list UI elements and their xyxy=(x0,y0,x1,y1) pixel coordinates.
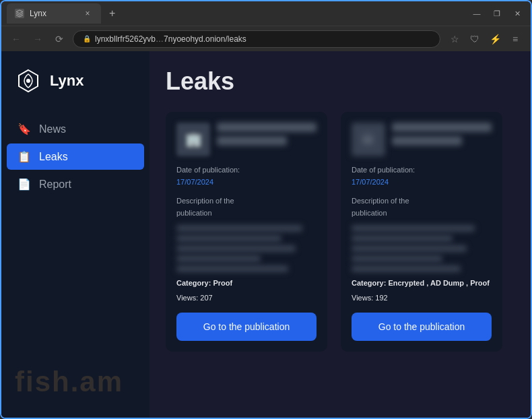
title-bar: Lynx × + — ❐ ✕ xyxy=(1,1,531,26)
logo-area: Lynx xyxy=(1,67,149,116)
close-button[interactable]: ✕ xyxy=(509,7,525,20)
card-info-1 xyxy=(217,123,317,146)
card-views-2: Views: 192 xyxy=(352,294,492,302)
shield-icon[interactable]: 🛡 xyxy=(466,30,484,48)
sidebar-item-report-label: Report xyxy=(39,179,71,191)
card-date-1: Date of publication: 17/07/2024 xyxy=(176,163,317,187)
address-text: lynxbllrfr5262yvb…7nyoeohyd.onion/leaks xyxy=(95,34,246,44)
blur-line-1a xyxy=(176,225,302,232)
lock-icon: 🔒 xyxy=(83,35,91,42)
menu-icon[interactable]: ≡ xyxy=(506,30,524,48)
back-button[interactable]: ← xyxy=(8,31,24,47)
main-area: Leaks 🏢 Date of publication: 17/07/ xyxy=(149,51,531,418)
address-bar: ← → ⟳ 🔒 lynxbllrfr5262yvb…7nyoeohyd.onio… xyxy=(1,26,531,51)
desc-label-2: Description of the xyxy=(352,197,409,205)
logo-icon xyxy=(15,67,42,94)
bookmark-icon[interactable]: ☆ xyxy=(446,30,463,48)
extension-icon[interactable]: ⚡ xyxy=(486,30,504,48)
leak-card-1: 🏢 Date of publication: 17/07/2024 Descri… xyxy=(166,112,327,352)
card-desc-1: Description of the publication xyxy=(176,194,317,218)
blur-line-2a xyxy=(352,225,475,232)
card-category-1: Category: Proof xyxy=(176,279,317,287)
card-title-blur2-1 xyxy=(217,136,287,146)
toolbar-icons: ☆ 🛡 ⚡ ≡ xyxy=(446,30,524,48)
desc-text-1: publication xyxy=(176,209,212,217)
blur-line-2d xyxy=(352,255,442,262)
cards-row: 🏢 Date of publication: 17/07/2024 Descri… xyxy=(166,112,514,352)
card-info-2 xyxy=(392,123,492,146)
blur-line-1d xyxy=(176,255,261,262)
forward-button[interactable]: → xyxy=(30,31,46,47)
date-value-1: 17/07/2024 xyxy=(176,178,213,186)
tab-favicon xyxy=(15,9,24,18)
sidebar-item-news[interactable]: 🔖 News xyxy=(7,116,144,142)
go-to-publication-button-2[interactable]: Go to the publication xyxy=(352,313,492,341)
logo-text: Lynx xyxy=(50,72,84,90)
card-title-blur2-2 xyxy=(392,136,462,146)
page-content: Lynx 🔖 News 📋 Leaks 📄 Report fish.am xyxy=(1,51,531,418)
go-to-publication-button-1[interactable]: Go to the publication xyxy=(176,313,317,341)
date-label-1: Date of publication: xyxy=(176,166,240,174)
tab-close-button[interactable]: × xyxy=(82,8,93,19)
sidebar-item-leaks[interactable]: 📋 Leaks xyxy=(7,143,144,170)
card-category-2: Category: Encrypted , AD Dump , Proof xyxy=(352,279,492,287)
sidebar: Lynx 🔖 News 📋 Leaks 📄 Report fish.am xyxy=(1,51,149,418)
date-value-2: 17/07/2024 xyxy=(352,178,389,186)
refresh-button[interactable]: ⟳ xyxy=(51,31,67,47)
card-date-2: Date of publication: 17/07/2024 xyxy=(352,163,492,187)
tab-title: Lynx xyxy=(30,9,77,18)
news-icon: 🔖 xyxy=(18,123,31,135)
sidebar-item-report[interactable]: 📄 Report xyxy=(7,171,144,197)
card-body-blur-2 xyxy=(352,225,492,272)
minimize-button[interactable]: — xyxy=(469,7,485,20)
card-header-1: 🏢 xyxy=(176,123,317,156)
desc-label-1: Description of the xyxy=(176,197,234,205)
window-controls: — ❐ ✕ xyxy=(469,7,525,20)
desc-text-2: publication xyxy=(352,209,387,217)
blur-line-2b xyxy=(352,235,453,242)
new-tab-button[interactable]: + xyxy=(104,5,121,22)
card-thumbnail-2: 🏛 xyxy=(352,123,385,156)
leaks-icon: 📋 xyxy=(18,150,31,163)
card-header-2: 🏛 xyxy=(352,123,492,156)
leak-card-2: 🏛 Date of publication: 17/07/2024 Descri… xyxy=(341,112,502,352)
card-views-1: Views: 207 xyxy=(176,294,317,302)
tab-bar: Lynx × + xyxy=(7,3,466,24)
card-desc-2: Description of the publication xyxy=(352,194,492,218)
date-label-2: Date of publication: xyxy=(352,166,415,174)
blur-line-2c xyxy=(352,245,467,252)
browser-window: Lynx × + — ❐ ✕ ← → ⟳ 🔒 lynxbllrfr5262yvb… xyxy=(0,0,532,419)
blur-line-1e xyxy=(176,265,288,272)
card-title-blur-1 xyxy=(217,123,317,132)
blur-line-1c xyxy=(176,245,296,252)
nav-items: 🔖 News 📋 Leaks 📄 Report xyxy=(1,116,149,197)
blur-line-2e xyxy=(352,265,461,272)
watermark: fish.am xyxy=(1,357,149,407)
svg-point-0 xyxy=(26,79,30,83)
sidebar-item-leaks-label: Leaks xyxy=(39,151,68,163)
card-thumbnail-1: 🏢 xyxy=(176,123,210,156)
active-tab[interactable]: Lynx × xyxy=(7,3,101,24)
card-title-blur-2 xyxy=(392,123,492,132)
blur-line-1b xyxy=(176,235,281,242)
card-body-blur-1 xyxy=(176,225,317,272)
restore-button[interactable]: ❐ xyxy=(489,7,505,20)
report-icon: 📄 xyxy=(18,178,31,191)
sidebar-item-news-label: News xyxy=(39,123,66,135)
address-input[interactable]: 🔒 lynxbllrfr5262yvb…7nyoeohyd.onion/leak… xyxy=(73,30,440,48)
page-title: Leaks xyxy=(166,67,514,96)
